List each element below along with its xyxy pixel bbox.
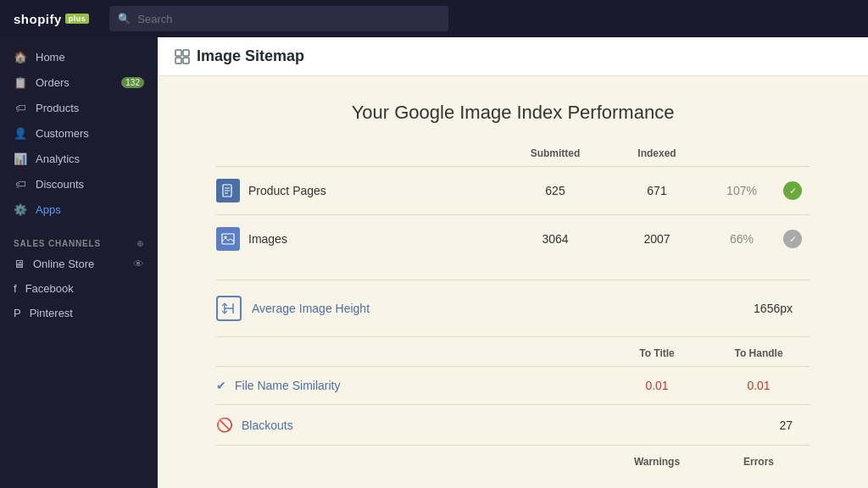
eye-icon[interactable]: 👁 — [133, 258, 144, 270]
products-icon: 🏷 — [14, 101, 27, 114]
images-status: ✓ — [776, 230, 810, 248]
avg-height-section: Average Image Height 1656px — [216, 280, 810, 336]
images-pct: 66% — [708, 232, 776, 246]
search-input[interactable] — [137, 13, 440, 25]
avg-height-icon — [216, 296, 242, 321]
svg-rect-1 — [183, 50, 189, 56]
sidebar: 🏠 Home 📋 Orders 132 🏷 Products 👤 Custome… — [0, 37, 158, 488]
avg-height-row: Average Image Height 1656px — [216, 280, 810, 336]
sidebar-item-customers[interactable]: 👤 Customers — [0, 120, 158, 146]
layout: 🏠 Home 📋 Orders 132 🏷 Products 👤 Custome… — [0, 37, 868, 488]
header-indexed: Indexed — [606, 147, 708, 159]
images-icon — [216, 227, 240, 251]
shopify-logo: shopify plus — [14, 12, 89, 26]
customers-icon: 👤 — [14, 126, 27, 140]
apps-icon: ⚙️ — [14, 202, 27, 216]
product-pages-icon — [216, 179, 240, 202]
blackouts-value: 27 — [779, 419, 810, 432]
svg-rect-3 — [183, 58, 189, 64]
performance-table: Submitted Indexed Product Pages 625 671 … — [216, 147, 810, 263]
product-pages-status: ✓ — [776, 181, 810, 200]
product-pages-indexed: 671 — [606, 184, 708, 197]
warnings-errors-header: Warnings Errors — [216, 445, 810, 471]
avg-height-label[interactable]: Average Image Height — [252, 302, 754, 315]
similarity-label[interactable]: File Name Similarity — [235, 379, 606, 392]
product-pages-pct: 107% — [708, 184, 776, 197]
sidebar-item-label: Customers — [36, 127, 89, 140]
svg-rect-0 — [175, 50, 181, 56]
table-row: Images 3064 2007 66% ✓ — [216, 214, 810, 263]
sim-val-handle: 0.01 — [708, 379, 810, 392]
sales-channels-section: SALES CHANNELS ⊕ — [0, 229, 158, 252]
warnings-header: Warnings — [606, 456, 708, 468]
table-row: Product Pages 625 671 107% ✓ — [216, 166, 810, 214]
sim-header-title: To Title — [606, 347, 708, 359]
sidebar-item-home[interactable]: 🏠 Home — [0, 44, 158, 69]
header-pct — [708, 147, 776, 159]
search-bar[interactable]: 🔍 — [109, 6, 448, 31]
sidebar-nav: 🏠 Home 📋 Orders 132 🏷 Products 👤 Custome… — [0, 37, 158, 229]
svg-rect-2 — [175, 58, 181, 64]
images-submitted: 3064 — [504, 232, 606, 246]
sidebar-item-label: Orders — [36, 76, 70, 89]
sidebar-item-label: Products — [36, 102, 79, 114]
sidebar-item-online-store[interactable]: 🖥 Online Store 👁 — [0, 252, 158, 276]
page-header: Image Sitemap — [158, 37, 868, 76]
sidebar-item-pinterest[interactable]: P Pinterest — [0, 301, 158, 325]
discounts-icon: 🏷 — [14, 177, 27, 191]
sidebar-item-label: Analytics — [36, 152, 80, 165]
sidebar-item-analytics[interactable]: 📊 Analytics — [0, 146, 158, 171]
header-submitted: Submitted — [504, 147, 606, 159]
search-icon: 🔍 — [118, 13, 131, 25]
similarity-row: ✔ File Name Similarity 0.01 0.01 — [216, 366, 810, 404]
analytics-icon: 📊 — [14, 152, 27, 165]
header-label-col — [216, 147, 504, 159]
svg-rect-8 — [222, 234, 234, 244]
channel-label: Pinterest — [30, 307, 73, 319]
errors-header: Errors — [708, 456, 810, 468]
header-status — [776, 147, 810, 159]
page-title: Image Sitemap — [197, 47, 304, 65]
similarity-icon: ✔ — [216, 379, 226, 392]
row-label-text: Images — [248, 232, 287, 246]
topbar: shopify plus 🔍 — [0, 0, 868, 37]
row-product-pages: Product Pages — [216, 179, 504, 202]
pinterest-icon: P — [14, 307, 21, 319]
orders-badge: 132 — [121, 77, 144, 88]
sidebar-item-orders[interactable]: 📋 Orders 132 — [0, 69, 158, 95]
blackouts-label[interactable]: Blackouts — [242, 419, 779, 432]
sidebar-item-facebook[interactable]: f Facebook — [0, 276, 158, 301]
similarity-header: To Title To Handle — [216, 336, 810, 366]
channel-label: Facebook — [25, 282, 74, 295]
add-channel-icon[interactable]: ⊕ — [136, 239, 144, 248]
sidebar-item-apps[interactable]: ⚙️ Apps — [0, 197, 158, 222]
performance-title: Your Google Image Index Performance — [192, 102, 834, 124]
sim-val-title: 0.01 — [606, 379, 708, 392]
sim-header-blank — [216, 347, 606, 359]
images-indexed: 2007 — [606, 232, 708, 246]
sales-channels-title: SALES CHANNELS — [14, 239, 101, 248]
home-icon: 🏠 — [14, 50, 27, 64]
online-store-icon: 🖥 — [14, 258, 25, 270]
similarity-values: 0.01 0.01 — [606, 379, 810, 392]
status-green-icon: ✓ — [783, 181, 802, 200]
row-images: Images — [216, 227, 504, 251]
product-pages-submitted: 625 — [504, 184, 606, 197]
facebook-icon: f — [14, 282, 17, 295]
sidebar-item-discounts[interactable]: 🏷 Discounts — [0, 171, 158, 197]
sidebar-item-label: Apps — [36, 203, 61, 216]
similarity-section: To Title To Handle ✔ File Name Similarit… — [216, 336, 810, 471]
shopify-wordmark: shopify — [14, 12, 62, 26]
row-label-text: Product Pages — [248, 184, 326, 197]
channel-label: Online Store — [33, 258, 94, 270]
main-content: Image Sitemap Your Google Image Index Pe… — [158, 37, 868, 488]
sidebar-item-label: Discounts — [36, 178, 84, 191]
status-grey-icon: ✓ — [783, 230, 802, 248]
avg-height-value: 1656px — [754, 302, 810, 315]
sidebar-item-products[interactable]: 🏷 Products — [0, 95, 158, 120]
blackouts-icon: 🚫 — [216, 417, 233, 433]
blackouts-row: 🚫 Blackouts 27 — [216, 404, 810, 445]
table-header: Submitted Indexed — [216, 147, 810, 166]
sim-header-handle: To Handle — [708, 347, 810, 359]
plus-badge: plus — [65, 14, 90, 24]
